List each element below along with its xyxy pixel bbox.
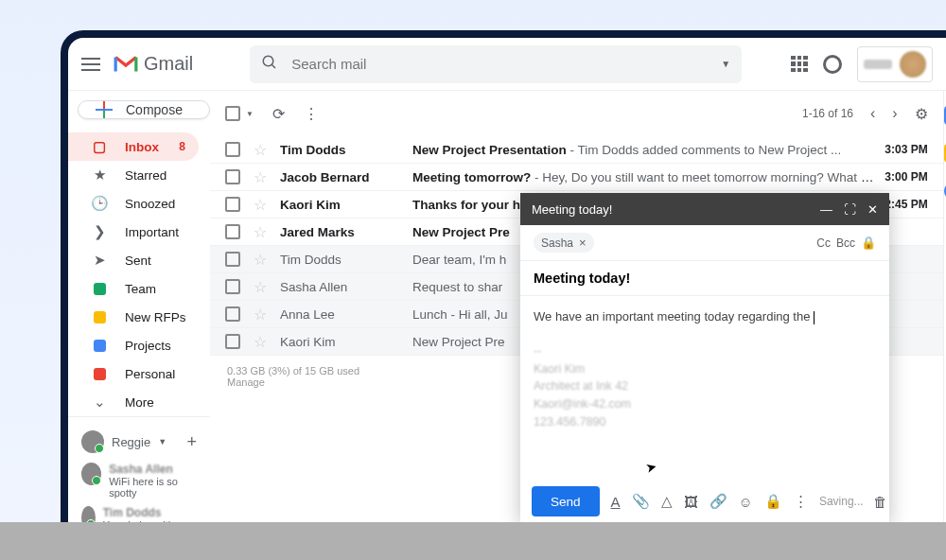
cc-link[interactable]: Cc [816,236,831,250]
row-checkbox[interactable] [225,252,240,267]
emoji-icon[interactable]: ☺ [739,494,753,510]
lock-icon[interactable]: 🔒 [861,236,876,250]
compose-window: Meeting today! — ⛶ ✕ Sasha × Cc Bcc 🔒 Me… [520,193,889,522]
sidebar-item-inbox[interactable]: ▢Inbox8 [68,132,199,161]
label-icon [91,311,108,324]
sent-icon: ➤ [91,252,108,269]
compose-label: Compose [126,102,183,117]
search-input[interactable] [291,56,721,72]
pagination-text: 1-16 of 16 [802,107,853,120]
message-row[interactable]: ☆Jacob BernardMeeting tomorrow? - Hey, D… [210,164,943,191]
send-button[interactable]: Send [532,486,600,516]
svg-line-1 [272,64,275,68]
nav-label: Sent [125,254,151,268]
compose-header[interactable]: Meeting today! — ⛶ ✕ [520,193,889,225]
sender: Tim Dodds [280,253,412,267]
chat-self-row[interactable]: Reggie ▼ + [78,425,201,459]
new-chat-button[interactable]: + [186,432,197,452]
compose-title: Meeting today! [532,202,612,217]
prev-page-button[interactable]: ‹ [870,105,875,122]
settings-gear-icon[interactable]: ⚙ [915,105,928,123]
row-checkbox[interactable] [225,169,240,184]
nav-label: Inbox [125,140,159,154]
star-icon[interactable]: ☆ [254,196,267,214]
list-toolbar: ▼ ⟳ ⋮ 1-16 of 16 ‹ › ⚙ [210,91,943,136]
sidebar-item-important[interactable]: ❯Important [68,218,199,246]
refresh-icon[interactable]: ⟳ [272,105,285,123]
account-switcher[interactable] [857,46,933,82]
sidebar-item-snoozed[interactable]: 🕒Snoozed [68,189,199,218]
sidebar-item-sent[interactable]: ➤Sent [68,246,199,274]
close-icon[interactable]: ✕ [867,202,878,217]
sidebar-item-new-rfps[interactable]: New RFPs [68,303,199,331]
star-icon[interactable]: ☆ [254,223,267,241]
discard-icon[interactable]: 🗑 [873,494,887,510]
confidential-icon[interactable]: 🔒 [764,493,782,510]
more-icon[interactable]: ⋮ [304,105,319,123]
nav-label: New RFPs [125,310,186,324]
hangouts-section: Reggie ▼ + Sasha AllenWiFi here is so sp… [68,416,210,522]
star-icon[interactable]: ☆ [254,251,267,269]
gmail-logo[interactable]: Gmail [114,53,193,75]
svg-point-0 [263,56,273,66]
star-icon[interactable]: ☆ [254,278,267,296]
subject-field[interactable]: Meeting today! [520,261,889,296]
row-checkbox[interactable] [225,279,240,294]
row-checkbox[interactable] [225,306,240,322]
nav-label: More [125,395,154,410]
compose-button[interactable]: Compose [78,100,210,119]
label-icon [91,340,108,352]
nav-label: Important [125,225,179,239]
drive-icon[interactable]: △ [661,493,673,510]
select-dropdown[interactable]: ▼ [246,110,254,118]
sidebar-item-projects[interactable]: Projects [68,331,199,359]
sidebar-item-more[interactable]: ⌄More [68,388,199,416]
photo-icon[interactable]: 🖼 [684,494,698,510]
row-checkbox[interactable] [225,197,240,212]
sender: Sasha Allen [280,280,412,294]
important-icon: ❯ [91,223,108,240]
recipient-chip[interactable]: Sasha × [534,233,594,253]
nav-label: Starred [125,168,166,183]
avatar [81,463,101,485]
star-icon[interactable]: ☆ [254,141,267,159]
google-apps-icon[interactable] [791,56,808,73]
search-options-dropdown[interactable]: ▼ [721,59,730,69]
select-all-checkbox[interactable] [225,106,240,121]
brand-text: Gmail [144,53,193,75]
notifications-icon[interactable] [823,55,842,74]
chat-contact[interactable]: Tim DoddsYes she's waiting on confirmati… [78,502,201,522]
next-page-button[interactable]: › [892,105,897,122]
sidebar: Compose ▢Inbox8★Starred🕒Snoozed❯Importan… [68,91,210,522]
message-row[interactable]: ☆Tim DoddsNew Project Presentation - Tim… [210,136,943,164]
star-icon[interactable]: ☆ [254,306,267,324]
sender: Tim Dodds [280,143,412,157]
sidebar-item-team[interactable]: Team [68,274,199,303]
formatting-icon[interactable]: A [611,494,621,510]
row-checkbox[interactable] [225,224,240,239]
compose-body[interactable]: We have an important meeting today regar… [520,296,889,481]
nav-label: Projects [125,339,171,353]
bcc-link[interactable]: Bcc [836,236,855,250]
sender: Kaori Kim [280,335,412,349]
link-icon[interactable]: 🔗 [710,493,727,510]
minimize-icon[interactable]: — [820,202,832,217]
label-icon [91,368,108,380]
row-checkbox[interactable] [225,334,240,349]
star-icon[interactable]: ☆ [254,333,267,351]
main-menu-button[interactable] [81,58,100,71]
star-icon[interactable]: ☆ [254,168,267,186]
remove-chip-icon[interactable]: × [579,236,587,250]
sidebar-item-personal[interactable]: Personal [68,359,199,388]
row-checkbox[interactable] [225,142,240,157]
sidebar-item-starred[interactable]: ★Starred [68,161,199,189]
chat-contact[interactable]: Sasha AllenWiFi here is so spotty [78,459,201,502]
more-options-icon[interactable]: ⋮ [794,493,808,510]
search-icon [261,54,278,75]
sender: Anna Lee [280,307,412,322]
fullscreen-icon[interactable]: ⛶ [844,202,856,217]
plus-icon [96,101,113,118]
search-bar[interactable]: ▼ [250,45,742,83]
recipients-row[interactable]: Sasha × Cc Bcc 🔒 [520,225,889,261]
attach-icon[interactable]: 📎 [632,493,650,510]
